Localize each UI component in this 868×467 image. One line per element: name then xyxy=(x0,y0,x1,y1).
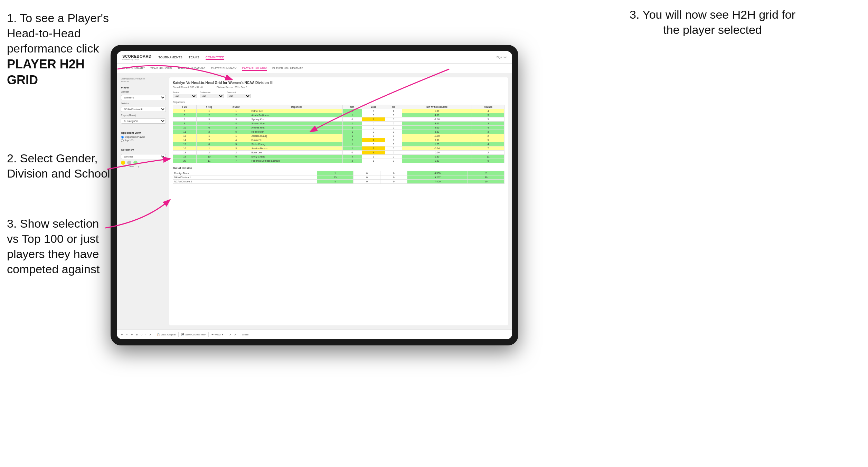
table-row: 14 7 4 Eunice Yi 2 2 0 0.38 9 xyxy=(173,138,504,142)
toolbar-add[interactable]: ⊕ xyxy=(136,333,138,336)
sub-nav-player-h2h-grid[interactable]: PLAYER H2H GRID xyxy=(242,66,267,71)
colour-up xyxy=(133,161,138,165)
tablet-screen: SCOREBOARD Powered by clippd TOURNAMENTS… xyxy=(117,51,512,339)
table-row: 3 1 1 Esther Lee 1 0 1 1.50 4 xyxy=(173,109,504,113)
colour-section: Colour by Win/loss Down Level Up xyxy=(121,148,166,168)
toolbar-undo[interactable]: ↩ xyxy=(121,333,123,336)
table-row: 13 1 1 Jessica Huang 1 0 0 -3.00 2 xyxy=(173,134,504,138)
nav-teams[interactable]: TEAMS xyxy=(189,55,199,60)
toolbar: ↩ ← ↩ ⊕ ↺ · ⟳ 📋 View: Original 💾 Save Cu… xyxy=(117,330,512,339)
instruction-step2: 2. Select Gender, Division and School xyxy=(7,151,111,181)
colour-down xyxy=(121,161,125,165)
division-record: Division Record: 331 - 34 - 6 xyxy=(216,86,247,88)
step2-text: 2. Select Gender, Division and School xyxy=(7,152,110,180)
step3-left-text: 3. Show selection vs Top 100 or just pla… xyxy=(7,217,100,276)
table-row: 20 11 7 Federica Domecq Lacroze 2 1 0 1.… xyxy=(173,159,504,163)
toolbar-dot[interactable]: · xyxy=(145,333,146,336)
sub-nav: TEAM SUMMARY TEAM H2H GRID TEAM H2H HEAT… xyxy=(117,64,512,73)
toolbar-reset[interactable]: ⟳ xyxy=(149,333,151,336)
header-right: Sign out xyxy=(497,56,507,59)
table-row: NCAA Division 2 5 0 0 7.400 10 xyxy=(173,180,504,184)
toolbar-back[interactable]: ← xyxy=(126,333,128,336)
sub-nav-team-summary[interactable]: TEAM SUMMARY xyxy=(122,66,145,70)
sign-out-link[interactable]: Sign out xyxy=(497,56,507,59)
table-row: 19 10 6 Emily Chang 4 1 0 0.30 11 xyxy=(173,155,504,159)
gender-label: Gender xyxy=(121,90,166,93)
sub-nav-player-h2h-heatmap[interactable]: PLAYER H2H HEATMAP xyxy=(272,66,303,70)
filters-row: Region (All) Conference (All) Opponent xyxy=(173,91,504,98)
conference-filter-select[interactable]: (All) xyxy=(200,94,224,98)
col-diff: Diff Av Strokes/Rnd xyxy=(402,105,472,109)
last-updated-label: Last Updated: 27/03/2024 xyxy=(121,78,145,80)
nav-tournaments[interactable]: TOURNAMENTS xyxy=(158,55,182,60)
filter-region: Region (All) xyxy=(173,91,197,98)
sub-nav-team-h2h-grid[interactable]: TEAM H2H GRID xyxy=(150,66,172,70)
opponent-filter-select[interactable]: (All) xyxy=(227,94,251,98)
toolbar-refresh[interactable]: ↺ xyxy=(141,333,143,336)
col-rounds: Rounds xyxy=(472,105,504,109)
table-row: 16 1 3 Jessica Mason 1 2 0 -0.94 7 xyxy=(173,146,504,151)
toolbar-sep5 xyxy=(239,332,239,337)
overall-record: Overall Record: 353 - 34 - 6 xyxy=(173,86,202,88)
col-div: # Div xyxy=(173,105,197,109)
opponent-filter-label: Opponent xyxy=(227,91,251,93)
colour-by-select[interactable]: Win/loss xyxy=(121,154,166,159)
colour-label-down: Down xyxy=(121,165,126,168)
player-label: Player xyxy=(121,86,166,89)
powered-by: Powered by clippd xyxy=(122,58,151,60)
last-updated: Last Updated: 27/03/2024 16:55:33 xyxy=(121,77,166,83)
out-of-division-table: Foreign Team 1 0 0 4.500 2 NAIA Division… xyxy=(173,171,504,184)
toolbar-redo[interactable]: ↩ xyxy=(131,333,133,336)
instructions-left: 1. To see a Player's Head-to-Head perfor… xyxy=(0,0,117,297)
gender-select[interactable]: Women's xyxy=(121,95,166,100)
region-filter-select[interactable]: (All) xyxy=(173,94,197,98)
player-rank-select[interactable]: 8. Katelyn Vo xyxy=(121,118,166,124)
toolbar-share[interactable]: Share xyxy=(242,333,248,336)
toolbar-export1[interactable]: ↗ xyxy=(229,333,231,336)
nav-items: TOURNAMENTS TEAMS COMMITTEE xyxy=(158,55,496,60)
logo-text: SCOREBOARD xyxy=(122,54,151,58)
instruction-step1: 1. To see a Player's Head-to-Head perfor… xyxy=(7,10,111,88)
col-win: Win xyxy=(342,105,362,109)
toolbar-export2[interactable]: ↗ xyxy=(234,333,236,336)
player-rank-label: Player (Rank) xyxy=(121,114,166,116)
region-filter-label: Region xyxy=(173,91,197,93)
colour-level xyxy=(127,161,131,165)
left-panel: Last Updated: 27/03/2024 16:55:33 Player… xyxy=(121,77,166,325)
colour-circles xyxy=(121,161,166,165)
toolbar-save-custom[interactable]: 💾 Save Custom View xyxy=(181,333,206,336)
sub-nav-team-h2h-heatmap[interactable]: TEAM H2H HEATMAP xyxy=(178,66,206,70)
tablet-device: SCOREBOARD Powered by clippd TOURNAMENTS… xyxy=(111,45,518,345)
colour-label-up: Up xyxy=(137,165,140,168)
radio-top100[interactable]: Top 100 xyxy=(121,139,166,142)
table-row: 9 1 4 Sharon Mun 1 0 0 3.67 3 xyxy=(173,122,504,126)
colour-labels: Down Level Up xyxy=(121,165,166,168)
table-row: 5 2 2 Alexis Sudjianto 1 0 0 4.00 3 xyxy=(173,113,504,117)
grid-panel: Katelyn Vo Head-to-Head Grid for Women's… xyxy=(169,77,508,325)
conference-filter-label: Conference xyxy=(200,91,224,93)
opponent-view-label: Opponent view xyxy=(121,131,166,134)
step3-right-text: 3. You will now see H2H grid for the pla… xyxy=(630,8,795,36)
division-select[interactable]: NCAA Division III xyxy=(121,107,166,112)
table-row: 15 8 5 Stella Cheng 1 0 0 1.25 4 xyxy=(173,142,504,146)
radio-opponents-played[interactable]: Opponents Played xyxy=(121,136,166,139)
instruction-top-right: 3. You will now see H2H grid for the pla… xyxy=(626,7,799,37)
filter-opponent: Opponent (All) xyxy=(227,91,251,98)
col-reg: # Reg xyxy=(196,105,222,109)
grid-title: Katelyn Vo Head-to-Head Grid for Women's… xyxy=(173,81,504,85)
grid-records: Overall Record: 353 - 34 - 6 Division Re… xyxy=(173,86,504,88)
division-label: Division xyxy=(121,102,166,105)
nav-committee[interactable]: COMMITTEE xyxy=(206,55,224,60)
sub-nav-player-summary[interactable]: PLAYER SUMMARY xyxy=(211,66,237,70)
col-conf: # Conf xyxy=(222,105,250,109)
table-row: NAIA Division 1 15 0 0 9.267 30 xyxy=(173,175,504,180)
toolbar-watch[interactable]: 👁 Watch ▾ xyxy=(211,333,223,336)
toolbar-view-original[interactable]: 📋 View: Original xyxy=(157,333,176,336)
toolbar-sep1 xyxy=(154,332,154,337)
step1-bold: PLAYER H2H GRID xyxy=(7,57,85,87)
filter-conference: Conference (All) xyxy=(200,91,224,98)
toolbar-sep2 xyxy=(178,332,179,337)
col-loss: Loss xyxy=(362,105,385,109)
app-header: SCOREBOARD Powered by clippd TOURNAMENTS… xyxy=(117,51,512,64)
opponents-filter-row: Opponents: xyxy=(173,101,504,103)
